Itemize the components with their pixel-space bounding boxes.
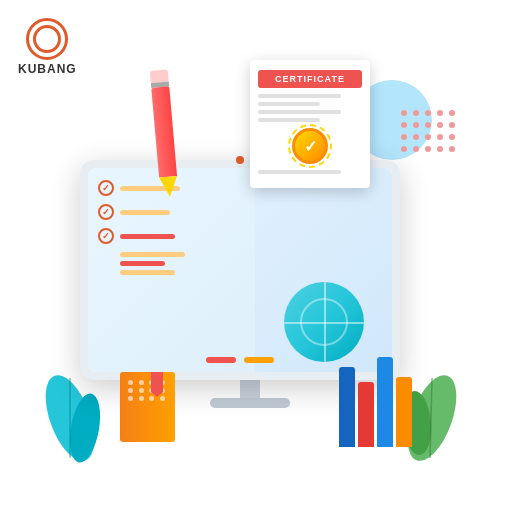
logo-icon (26, 18, 68, 60)
certificate: CERTIFICATE ✓ (250, 60, 380, 188)
monitor-neck (240, 380, 260, 398)
cert-line-2 (258, 102, 320, 106)
screen-bar-2 (244, 357, 274, 363)
book-blue (339, 367, 355, 447)
globe-line (300, 298, 348, 346)
globe-icon (284, 282, 364, 362)
checkmark-2: ✓ (102, 207, 110, 217)
logo-text: KUBANG (18, 62, 77, 76)
bookmark (151, 372, 163, 397)
monitor-dot (236, 156, 244, 164)
screen-right-panel (255, 168, 392, 372)
screen-bar-1 (206, 357, 236, 363)
monitor-screen: ✓ ✓ ✓ (88, 168, 392, 372)
monitor: ✓ ✓ ✓ (80, 160, 400, 380)
checkmark-1: ✓ (102, 183, 110, 193)
book-orange (120, 372, 175, 442)
book-orange2 (396, 377, 412, 447)
seal-ring (288, 124, 332, 168)
certificate-title: CERTIFICATE (258, 70, 362, 88)
book-blue2 (377, 357, 393, 447)
certificate-paper: CERTIFICATE ✓ (250, 60, 370, 188)
checkmark-3: ✓ (102, 231, 110, 241)
cert-line-3 (258, 110, 341, 114)
main-scene: KUBANG CERTIFICATE ✓ (0, 0, 512, 512)
screen-left-panel: ✓ ✓ ✓ (88, 168, 255, 372)
dots-pattern (401, 110, 457, 154)
book-dots (120, 372, 175, 409)
book-stack-right (339, 357, 412, 447)
check-circle-2: ✓ (98, 204, 114, 220)
check-line-text-3 (120, 234, 175, 239)
book-red (358, 382, 374, 447)
check-circle-3: ✓ (98, 228, 114, 244)
book-stack-left (120, 372, 175, 442)
pencil-tip (159, 176, 179, 197)
check-circle-1: ✓ (98, 180, 114, 196)
monitor-base (210, 398, 290, 408)
certificate-seal: ✓ (292, 128, 328, 164)
cert-line-5 (258, 170, 341, 174)
cert-line-4 (258, 118, 320, 122)
logo: KUBANG (18, 18, 77, 76)
checklist-item-2: ✓ (98, 204, 245, 220)
checklist-item-3: ✓ (98, 228, 245, 244)
cert-line-1 (258, 94, 341, 98)
check-line-text-2 (120, 210, 170, 215)
